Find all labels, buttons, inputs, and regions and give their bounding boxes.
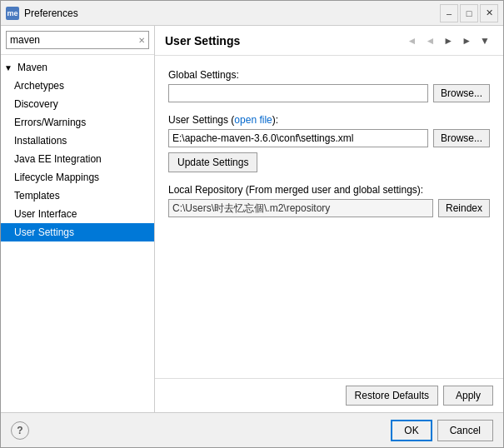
nav-item-installations[interactable]: Installations: [1, 132, 154, 150]
nav-item-user-settings[interactable]: User Settings: [1, 223, 154, 241]
app-icon: me: [6, 7, 19, 20]
close-button[interactable]: ✕: [480, 4, 498, 22]
main-panel: User Settings ◄ ◄ ► ► ▼ Global Settings:…: [155, 26, 503, 412]
window-controls: – □ ✕: [440, 4, 498, 22]
nav-label-errors-warnings: Errors/Warnings: [14, 117, 86, 128]
content-area: ✕ ▼ Maven Archetypes Discovery Errors/Wa…: [1, 26, 503, 412]
global-settings-label: Global Settings:: [168, 69, 490, 81]
user-settings-group: User Settings (open file): Browse... Upd…: [168, 114, 490, 172]
local-repo-label: Local Repository (From merged user and g…: [168, 184, 490, 196]
user-settings-label: User Settings (open file):: [168, 114, 490, 126]
help-button[interactable]: ?: [11, 421, 29, 440]
panel-body: Global Settings: Browse... User Settings…: [155, 56, 503, 378]
global-browse-button[interactable]: Browse...: [433, 84, 490, 102]
back2-button[interactable]: ◄: [422, 33, 438, 48]
minimize-button[interactable]: –: [440, 4, 458, 22]
local-repo-section: Local Repository (From merged user and g…: [168, 184, 490, 217]
maximize-button[interactable]: □: [460, 4, 478, 22]
window-title: Preferences: [24, 7, 440, 19]
user-settings-input[interactable]: [168, 129, 428, 147]
dropdown-button[interactable]: ▼: [477, 33, 493, 48]
user-settings-row: Browse...: [168, 129, 490, 147]
nav-label-discovery: Discovery: [14, 98, 58, 110]
panel-actions: Restore Defaults Apply: [155, 378, 503, 412]
panel-header: User Settings ◄ ◄ ► ► ▼: [155, 26, 503, 56]
nav-item-user-interface[interactable]: User Interface: [1, 205, 154, 223]
search-input[interactable]: [10, 34, 138, 46]
bottom-bar: ? OK Cancel: [1, 412, 503, 447]
nav-label-installations: Installations: [14, 135, 67, 147]
bottom-left: ?: [11, 421, 29, 440]
nav-label-user-interface: User Interface: [14, 208, 77, 220]
nav-item-archetypes[interactable]: Archetypes: [1, 77, 154, 95]
global-settings-group: Global Settings: Browse...: [168, 69, 490, 102]
global-settings-input[interactable]: [168, 84, 428, 102]
reindex-button[interactable]: Reindex: [438, 199, 490, 217]
nav-item-lifecycle[interactable]: Lifecycle Mappings: [1, 168, 154, 187]
clear-icon[interactable]: ✕: [138, 36, 145, 45]
user-settings-suffix: ):: [272, 114, 278, 126]
user-browse-button[interactable]: Browse...: [433, 129, 490, 147]
chevron-down-icon: ▼: [4, 63, 14, 72]
search-box: ✕: [6, 31, 149, 49]
preferences-window: me Preferences – □ ✕ ✕ ▼ Maven: [0, 0, 504, 448]
ok-button[interactable]: OK: [391, 420, 432, 441]
bottom-right: OK Cancel: [391, 420, 493, 441]
nav-arrows: ◄ ◄ ► ► ▼: [404, 33, 493, 48]
open-file-link[interactable]: open file: [234, 114, 272, 126]
nav-item-java-ee[interactable]: Java EE Integration: [1, 150, 154, 168]
title-bar: me Preferences – □ ✕: [1, 1, 503, 26]
restore-defaults-button[interactable]: Restore Defaults: [346, 386, 438, 406]
nav-item-templates[interactable]: Templates: [1, 187, 154, 205]
nav-label-archetypes: Archetypes: [14, 80, 64, 92]
nav-tree: ▼ Maven Archetypes Discovery Errors/Warn…: [1, 55, 154, 412]
global-settings-row: Browse...: [168, 84, 490, 102]
apply-button[interactable]: Apply: [443, 386, 493, 406]
nav-label-templates: Templates: [14, 190, 60, 202]
forward-button[interactable]: ►: [440, 33, 457, 48]
nav-item-maven[interactable]: ▼ Maven: [1, 58, 154, 77]
nav-label-maven: Maven: [17, 62, 47, 73]
local-repo-input[interactable]: [168, 199, 433, 217]
update-settings-button[interactable]: Update Settings: [168, 152, 257, 172]
cancel-button[interactable]: Cancel: [437, 420, 493, 441]
panel-title: User Settings: [165, 34, 404, 47]
forward2-button[interactable]: ►: [458, 33, 475, 48]
back-button[interactable]: ◄: [404, 33, 421, 48]
search-area: ✕: [1, 26, 154, 55]
nav-label-user-settings: User Settings: [14, 226, 74, 238]
local-repo-row: Reindex: [168, 199, 490, 217]
nav-item-discovery[interactable]: Discovery: [1, 95, 154, 113]
nav-label-java-ee: Java EE Integration: [14, 153, 102, 165]
nav-item-errors-warnings[interactable]: Errors/Warnings: [1, 113, 154, 132]
nav-label-lifecycle: Lifecycle Mappings: [14, 172, 99, 183]
sidebar: ✕ ▼ Maven Archetypes Discovery Errors/Wa…: [1, 26, 155, 412]
user-settings-prefix: User Settings (: [168, 114, 234, 126]
